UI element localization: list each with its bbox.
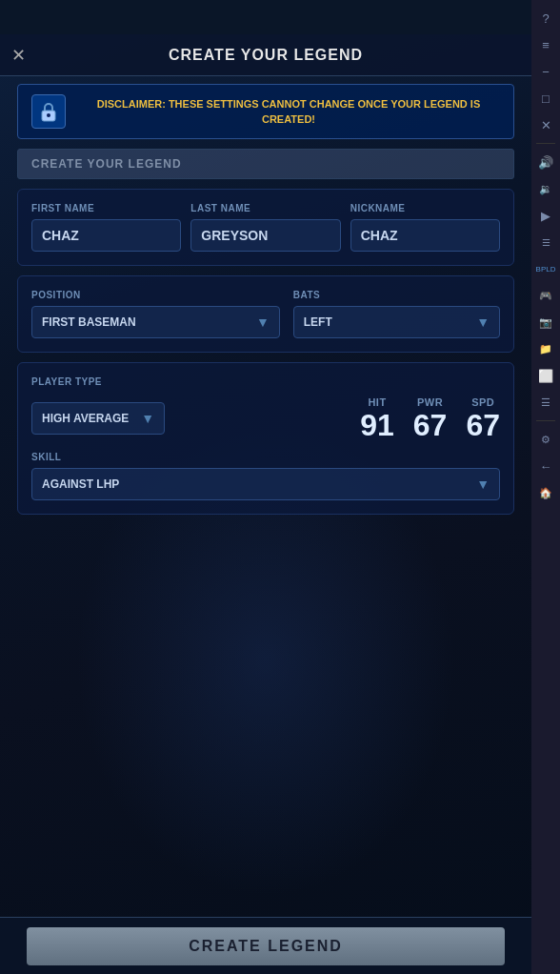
skill-chevron: ▼ [476, 477, 490, 492]
divider [536, 143, 555, 144]
title-bar: ✕ CREATE YOUR LEGEND [0, 34, 531, 76]
last-name-label: LAST NAME [190, 203, 340, 213]
bats-label: BATS [293, 290, 500, 300]
lock-icon [31, 94, 66, 129]
bats-chevron: ▼ [476, 315, 490, 330]
layers-icon[interactable]: ☰ [535, 392, 556, 413]
hit-value: 91 [360, 410, 394, 440]
first-name-label: FIRST NAME [31, 203, 181, 213]
disclaimer-text: DISCLAIMER: THESE SETTINGS CANNOT CHANGE… [77, 96, 500, 128]
skill-row: SKILL AGAINST LHP ▼ [31, 452, 500, 500]
player-type-value: HIGH AVERAGE [42, 412, 129, 425]
right-sidebar: ? ≡ − □ ✕ 🔊 🔉 ▶ ☰ BPLD 🎮 📷 📁 ⬜ ☰ ⚙ ← 🏠 [531, 0, 560, 974]
position-section: POSITION FIRST BASEMAN ▼ BATS LEFT ▼ [17, 275, 514, 353]
position-value: FIRST BASEMAN [42, 315, 136, 329]
divider-2 [536, 420, 555, 421]
settings-icon[interactable]: ⚙ [535, 429, 556, 450]
bpld-icon[interactable]: BPLD [535, 258, 556, 279]
first-name-input[interactable] [31, 219, 181, 252]
list-icon[interactable]: ☰ [535, 232, 556, 253]
pwr-label: PWR [417, 396, 443, 408]
spd-value: 67 [466, 410, 500, 440]
skill-dropdown[interactable]: AGAINST LHP ▼ [31, 468, 500, 500]
player-type-title: PLAYER TYPE [31, 376, 500, 387]
skill-value: AGAINST LHP [42, 477, 119, 491]
last-name-input[interactable] [190, 219, 340, 252]
nickname-label: NICKNAME [350, 203, 500, 213]
pwr-value: 67 [413, 410, 448, 440]
play-icon[interactable]: ▶ [535, 205, 556, 226]
create-button-bar: CREATE LEGEND [0, 917, 531, 974]
gamepad-icon[interactable]: 🎮 [535, 285, 556, 306]
hit-stat: HIT 91 [360, 396, 394, 440]
name-fields-row: FIRST NAME LAST NAME NICKNAME [31, 203, 500, 252]
position-dropdown[interactable]: FIRST BASEMAN ▼ [31, 306, 280, 338]
camera-icon[interactable]: 📷 [535, 312, 556, 333]
hit-label: HIT [368, 396, 386, 408]
stats-group: HIT 91 PWR 67 SPD 67 [360, 396, 500, 440]
nickname-input[interactable] [350, 219, 500, 252]
position-label: POSITION [31, 290, 280, 300]
svg-point-1 [47, 113, 50, 117]
player-type-dropdown[interactable]: HIGH AVERAGE ▼ [31, 402, 165, 435]
position-chevron: ▼ [256, 315, 270, 330]
spd-stat: SPD 67 [466, 396, 500, 440]
player-type-section: PLAYER TYPE HIGH AVERAGE ▼ HIT 91 PWR 6 [17, 362, 514, 515]
game-area: ✕ CREATE YOUR LEGEND DISCLAIMER: THESE S… [0, 34, 531, 974]
position-group: POSITION FIRST BASEMAN ▼ [31, 290, 280, 338]
help-icon[interactable]: ? [535, 8, 556, 29]
player-type-chevron: ▼ [141, 411, 154, 426]
folder-icon[interactable]: 📁 [535, 338, 556, 359]
square-icon[interactable]: ⬜ [535, 365, 556, 386]
create-legend-button[interactable]: CREATE LEGEND [27, 927, 505, 965]
bats-dropdown[interactable]: LEFT ▼ [293, 306, 500, 338]
section-header-label: CREATE YOUR LEGEND [17, 149, 514, 179]
page-title: CREATE YOUR LEGEND [169, 47, 363, 64]
disclaimer-box: DISCLAIMER: THESE SETTINGS CANNOT CHANGE… [17, 84, 514, 139]
volume-up-icon[interactable]: 🔊 [535, 152, 556, 172]
name-form-section: FIRST NAME LAST NAME NICKNAME [17, 189, 514, 266]
restore-icon[interactable]: □ [535, 88, 556, 109]
pwr-stat: PWR 67 [413, 396, 448, 440]
minimize-icon[interactable]: − [535, 61, 556, 82]
bats-group: BATS LEFT ▼ [293, 290, 500, 338]
close-button[interactable]: ✕ [11, 45, 26, 66]
close-window-icon[interactable]: ✕ [535, 114, 556, 135]
volume-down-icon[interactable]: 🔉 [535, 178, 556, 199]
menu-icon[interactable]: ≡ [535, 34, 556, 55]
nickname-group: NICKNAME [350, 203, 500, 252]
home-icon[interactable]: 🏠 [535, 482, 556, 503]
player-type-row: HIGH AVERAGE ▼ HIT 91 PWR 67 SP [31, 396, 500, 440]
bats-value: LEFT [304, 315, 332, 329]
back-icon[interactable]: ← [535, 456, 556, 477]
skill-label: SKILL [31, 452, 500, 462]
position-row: POSITION FIRST BASEMAN ▼ BATS LEFT ▼ [31, 290, 500, 338]
spd-label: SPD [471, 396, 494, 408]
main-content: DISCLAIMER: THESE SETTINGS CANNOT CHANGE… [10, 76, 522, 532]
last-name-group: LAST NAME [190, 203, 340, 252]
first-name-group: FIRST NAME [31, 203, 181, 252]
